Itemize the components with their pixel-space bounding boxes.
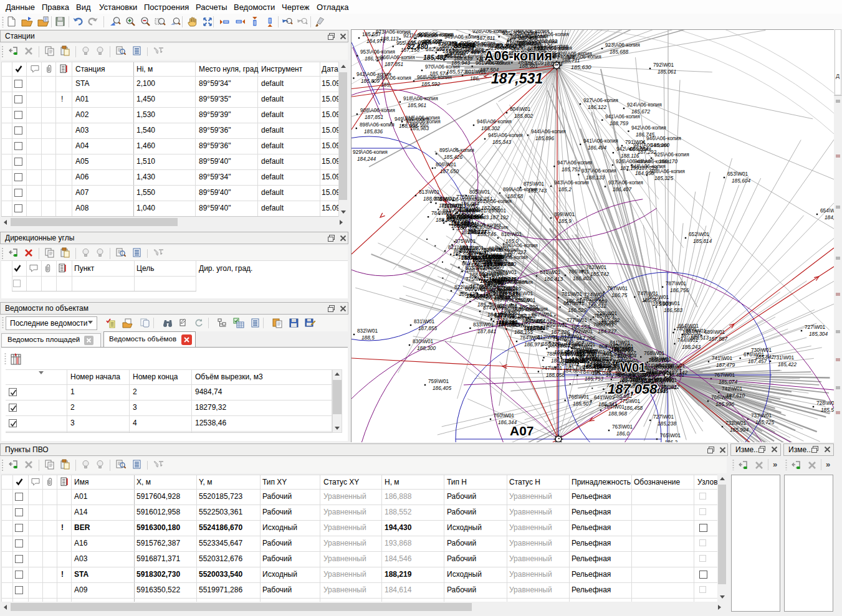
svg-text:813\W01: 813\W01 — [419, 189, 440, 195]
svg-text:187,206: 187,206 — [576, 335, 595, 341]
svg-text:860\W01: 860\W01 — [454, 247, 475, 254]
svg-text:185,238: 185,238 — [658, 420, 676, 427]
svg-text:927\А06-копия: 927\А06-копия — [583, 97, 618, 103]
svg-text:186,529: 186,529 — [568, 307, 586, 313]
svg-text:185,074: 185,074 — [719, 379, 737, 385]
svg-text:188,759: 188,759 — [610, 120, 628, 126]
svg-text:184,883: 184,883 — [563, 367, 581, 374]
svg-text:185,553: 185,553 — [571, 324, 590, 330]
svg-text:185,507: 185,507 — [573, 400, 591, 407]
svg-text:188,711: 188,711 — [562, 57, 580, 64]
svg-text:727\W01: 727\W01 — [653, 414, 674, 420]
svg-text:83,504: 83,504 — [454, 42, 475, 49]
svg-text:187,729: 187,729 — [639, 165, 658, 171]
svg-text:784\W01: 784\W01 — [520, 334, 541, 341]
svg-text:918\А06-копия: 918\А06-копия — [403, 95, 438, 102]
svg-text:187,099: 187,099 — [583, 362, 602, 368]
svg-text:946\А06-копия: 946\А06-копия — [634, 158, 669, 164]
svg-text:779\W01: 779\W01 — [664, 362, 686, 369]
svg-text:900\А06-копия: 900\А06-копия — [446, 214, 481, 220]
svg-text:861\А06-копия: 861\А06-копия — [477, 198, 512, 204]
svg-text:185,994: 185,994 — [730, 427, 749, 433]
svg-text:676\W01: 676\W01 — [744, 351, 765, 358]
svg-text:811\W01: 811\W01 — [459, 207, 479, 213]
svg-text:741\W01: 741\W01 — [712, 355, 733, 361]
svg-text:653\W01: 653\W01 — [727, 171, 749, 177]
svg-text:187,650: 187,650 — [440, 168, 459, 174]
svg-text:188,116: 188,116 — [621, 153, 639, 159]
svg-text:816\W01: 816\W01 — [501, 231, 522, 237]
svg-text:899\А06-копия: 899\А06-копия — [503, 186, 538, 192]
svg-text:185,9: 185,9 — [558, 218, 572, 224]
svg-text:186,583: 186,583 — [664, 307, 682, 313]
svg-text:937\А06-копия: 937\А06-копия — [581, 168, 616, 174]
svg-text:187,792: 187,792 — [601, 317, 620, 323]
svg-text:184,737: 184,737 — [598, 328, 616, 334]
svg-text:774\W01: 774\W01 — [644, 362, 666, 369]
svg-text:760\W01: 760\W01 — [494, 412, 515, 419]
svg-text:787\W01: 787\W01 — [585, 349, 606, 355]
svg-text:908\А06-копия: 908\А06-копия — [360, 107, 395, 113]
svg-text:184,983: 184,983 — [502, 295, 520, 301]
svg-text:188,733: 188,733 — [493, 252, 512, 258]
svg-text:188,746: 188,746 — [477, 231, 496, 237]
svg-text:792\W01: 792\W01 — [653, 62, 674, 68]
svg-text:187,226: 187,226 — [551, 329, 570, 335]
svg-text:188,569: 188,569 — [588, 298, 607, 305]
svg-text:188,501: 188,501 — [519, 63, 538, 69]
svg-text:187,887: 187,887 — [709, 336, 727, 342]
svg-text:747\W01: 747\W01 — [542, 365, 563, 371]
svg-text:763\W01: 763\W01 — [612, 424, 633, 430]
svg-text:942\А06-копия: 942\А06-копия — [356, 71, 391, 77]
svg-text:794\W01: 794\W01 — [553, 336, 574, 342]
svg-text:968\А06-копия: 968\А06-копия — [417, 74, 452, 80]
svg-text:898\А06-копия: 898\А06-копия — [360, 121, 395, 128]
svg-text:187,479: 187,479 — [716, 362, 735, 368]
svg-text:724\W01: 724\W01 — [584, 291, 605, 298]
svg-text:186,403: 186,403 — [573, 275, 591, 282]
svg-text:929\А06-копия: 929\А06-копия — [353, 149, 388, 155]
svg-text:924\А06-копия: 924\А06-копия — [627, 102, 662, 108]
svg-text:187,625: 187,625 — [477, 264, 495, 270]
svg-text:699\W01: 699\W01 — [547, 322, 568, 328]
svg-text:185,422: 185,422 — [778, 361, 797, 367]
svg-text:185,260: 185,260 — [651, 142, 669, 148]
svg-text:186,2: 186,2 — [664, 439, 677, 442]
svg-text:186,745: 186,745 — [636, 131, 654, 138]
svg-text:776\W01: 776\W01 — [651, 356, 672, 362]
svg-text:186,413: 186,413 — [544, 276, 563, 282]
svg-text:186,756: 186,756 — [670, 287, 689, 293]
svg-text:777\W01: 777\W01 — [567, 317, 588, 323]
svg-text:186,407: 186,407 — [613, 186, 631, 192]
svg-text:187,855: 187,855 — [418, 325, 437, 331]
svg-text:188,133: 188,133 — [586, 174, 605, 181]
svg-text:187,142: 187,142 — [669, 369, 687, 376]
svg-text:187,058: 187,058 — [608, 381, 658, 397]
svg-text:186,494: 186,494 — [588, 145, 606, 151]
svg-text:185,585: 185,585 — [821, 407, 834, 413]
svg-text:185,426: 185,426 — [444, 154, 462, 160]
svg-text:768\W01: 768\W01 — [568, 394, 590, 400]
svg-text:186,705: 186,705 — [458, 254, 477, 260]
svg-text:188,300: 188,300 — [417, 345, 436, 351]
svg-text:731\W01: 731\W01 — [773, 354, 795, 361]
svg-text:186,405: 186,405 — [433, 385, 451, 391]
svg-text:188,058: 188,058 — [546, 372, 565, 378]
svg-text:787\W01: 787\W01 — [666, 280, 687, 287]
svg-text:781\W01: 781\W01 — [562, 291, 583, 297]
svg-text:186,341: 186,341 — [598, 401, 617, 407]
svg-text:841\W01: 841\W01 — [540, 269, 561, 275]
svg-text:784\W01: 784\W01 — [579, 355, 600, 361]
svg-text:185,604: 185,604 — [732, 178, 750, 184]
svg-text:807\W01: 807\W01 — [532, 311, 553, 318]
svg-text:188,5: 188,5 — [361, 334, 375, 341]
svg-text:782\W01: 782\W01 — [586, 264, 607, 270]
svg-text:830\W01: 830\W01 — [413, 338, 434, 344]
svg-text:184,784: 184,784 — [498, 303, 517, 310]
svg-text:А06-копия: А06-копия — [484, 49, 552, 64]
svg-text:188,562: 188,562 — [649, 369, 667, 376]
svg-text:185,961: 185,961 — [408, 102, 426, 108]
svg-text:185,903: 185,903 — [653, 301, 671, 307]
svg-text:847\W01: 847\W01 — [494, 313, 515, 319]
svg-text:937\А06-копия: 937\А06-копия — [608, 179, 643, 186]
